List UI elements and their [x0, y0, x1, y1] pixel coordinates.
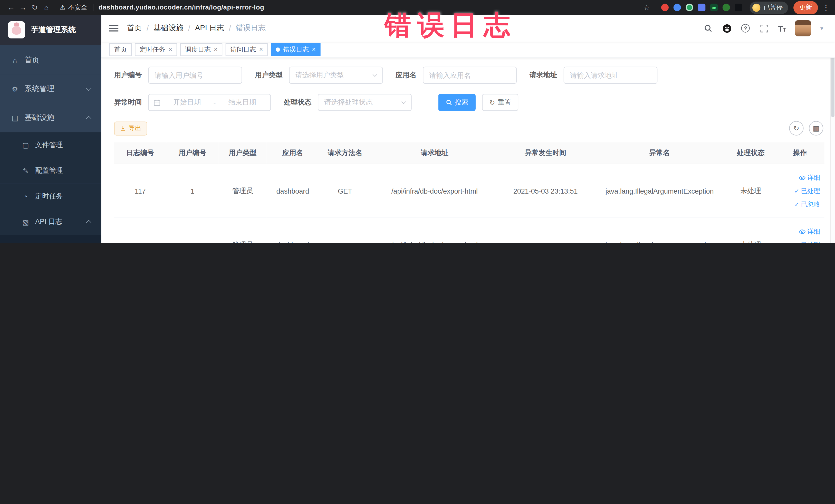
app-name-input[interactable] — [423, 67, 517, 84]
hamburger-icon[interactable] — [109, 25, 118, 32]
search-icon[interactable] — [703, 23, 713, 33]
col-user-type: 用户类型 — [219, 142, 267, 164]
logo-image — [8, 21, 25, 38]
user-avatar[interactable] — [795, 20, 811, 36]
process-status-select[interactable]: 请选择处理状态 — [318, 94, 412, 111]
api-log-icon: ▧ — [21, 218, 30, 226]
extension-icon[interactable] — [661, 4, 669, 11]
sidebar-item-api-logs[interactable]: ▧ API 日志 — [0, 209, 101, 235]
extension-icon[interactable] — [735, 4, 742, 11]
eye-icon — [799, 174, 806, 181]
tab-label: 错误日志 — [283, 45, 309, 54]
sidebar-item-access-logs[interactable]: ✎ 访问日志 — [0, 235, 101, 243]
screen: ← → ↻ ⌂ ⚠ 不安全 dashboard.yudao.iocoder.cn… — [0, 0, 835, 243]
breadcrumb-item[interactable]: 首页 — [127, 23, 142, 33]
cell-actions: 详细 ✓已处理 ✓已忽略 — [775, 218, 824, 243]
user-id-input[interactable] — [148, 67, 242, 84]
menu-label: 基础设施 — [25, 113, 55, 122]
tab-scheduled-tasks[interactable]: 定时任务 × — [135, 43, 177, 56]
app-logo[interactable]: 芋道管理系统 — [0, 15, 101, 45]
check-icon: ✓ — [794, 184, 799, 198]
column-settings-button[interactable]: ▥ — [809, 121, 823, 136]
table-header-row: 日志编号 用户编号 用户类型 应用名 请求方法名 请求地址 异常发生时间 异常名… — [114, 142, 824, 164]
refresh-table-button[interactable]: ↻ — [789, 121, 803, 136]
tab-error-logs[interactable]: 错误日志 × — [271, 43, 320, 56]
forward-icon[interactable]: → — [17, 3, 29, 12]
date-range-picker[interactable]: 开始日期 - 结束日期 — [148, 94, 271, 111]
cell-request-url: /api/infra/db-doc/export-html — [371, 218, 498, 243]
breadcrumb-item[interactable]: API 日志 — [195, 23, 224, 33]
extension-icon[interactable] — [686, 4, 693, 11]
detail-link[interactable]: 详细 — [778, 225, 820, 238]
cell-exception-name: java.lang.IllegalArgumentException — [593, 218, 726, 243]
tab-access-logs[interactable]: 访问日志 × — [226, 43, 268, 56]
browser-home-icon[interactable]: ⌂ — [41, 3, 53, 12]
gear-icon: ⚙ — [11, 85, 19, 93]
active-dot — [276, 47, 280, 52]
sidebar-item-system-management[interactable]: ⚙ 系统管理 — [0, 75, 101, 103]
security-chip[interactable]: ⚠ 不安全 — [60, 3, 87, 12]
font-size-icon[interactable]: TT — [778, 24, 786, 33]
github-icon[interactable] — [722, 23, 732, 33]
security-label: 不安全 — [68, 3, 87, 12]
update-button[interactable]: 更新 — [793, 1, 818, 14]
back-icon[interactable]: ← — [5, 3, 17, 12]
cell-method: GET — [319, 218, 371, 243]
chevron-down-icon — [86, 86, 91, 91]
help-icon[interactable]: ? — [741, 23, 750, 33]
profile-paused-badge[interactable]: 已暂停 — [750, 1, 788, 14]
request-url-input[interactable] — [564, 67, 658, 84]
ignored-link[interactable]: ✓已忽略 — [778, 198, 820, 211]
sidebar-item-config-management[interactable]: ✎ 配置管理 — [0, 158, 101, 184]
sidebar-item-file-management[interactable]: ▢ 文件管理 — [0, 132, 101, 158]
app-title: 芋道管理系统 — [31, 25, 76, 35]
chevron-up-icon — [86, 220, 91, 225]
reset-button-label: 重置 — [498, 98, 511, 107]
processed-link[interactable]: ✓已处理 — [778, 238, 820, 243]
error-log-table: 日志编号 用户编号 用户类型 应用名 请求方法名 请求地址 异常发生时间 异常名… — [114, 142, 824, 243]
reset-button[interactable]: ↻ 重置 — [482, 94, 518, 111]
user-type-select[interactable]: 请选择用户类型 — [289, 67, 383, 84]
tab-home[interactable]: 首页 — [109, 43, 132, 56]
sidebar: 芋道管理系统 ⌂ 首页 ⚙ 系统管理 ▤ 基础设施 ▢ — [0, 15, 101, 243]
extension-icon[interactable] — [698, 4, 705, 11]
clock-icon: ◔ — [21, 192, 30, 200]
extension-icon[interactable] — [674, 4, 681, 11]
chevron-down-icon — [373, 73, 377, 77]
close-icon[interactable]: × — [259, 46, 263, 53]
tab-label: 首页 — [114, 45, 127, 54]
extension-on-icon[interactable]: on — [710, 4, 718, 11]
col-exception-time: 异常发生时间 — [498, 142, 593, 164]
detail-link[interactable]: 详细 — [778, 171, 820, 184]
extension-icon[interactable] — [722, 4, 730, 11]
avatar-caret-icon[interactable]: ▾ — [820, 25, 823, 32]
eye-icon — [799, 228, 806, 235]
bookmark-star-icon[interactable]: ☆ — [643, 3, 650, 12]
export-button-label: 导出 — [128, 124, 141, 133]
end-date-placeholder[interactable]: 结束日期 — [219, 98, 265, 107]
col-app-name: 应用名 — [267, 142, 319, 164]
app-name-label: 应用名 — [395, 70, 416, 80]
fullscreen-icon[interactable] — [759, 23, 769, 33]
cell-exception-name: java.lang.IllegalArgumentException — [593, 164, 726, 218]
close-icon[interactable]: × — [312, 46, 316, 53]
cell-user-type: 管理员 — [219, 218, 267, 243]
menu-label: 定时任务 — [35, 191, 63, 201]
columns-icon: ▥ — [813, 124, 820, 132]
address-bar[interactable]: dashboard.yudao.iocoder.cn/infra/log/api… — [99, 4, 264, 11]
sidebar-item-home[interactable]: ⌂ 首页 — [0, 46, 101, 75]
search-button[interactable]: 搜索 — [439, 94, 476, 111]
close-icon[interactable]: × — [214, 46, 218, 53]
refresh-icon: ↻ — [489, 98, 495, 106]
sidebar-item-scheduled-tasks[interactable]: ◔ 定时任务 — [0, 184, 101, 209]
tab-schedule-logs[interactable]: 调度日志 × — [180, 43, 222, 56]
sidebar-item-infrastructure[interactable]: ▤ 基础设施 — [0, 103, 101, 132]
start-date-placeholder[interactable]: 开始日期 — [164, 98, 210, 107]
breadcrumb-item[interactable]: 基础设施 — [154, 23, 183, 33]
export-button[interactable]: 导出 — [114, 121, 147, 135]
close-icon[interactable]: × — [168, 46, 172, 53]
processed-link[interactable]: ✓已处理 — [778, 184, 820, 198]
browser-menu-icon[interactable]: ⋮ — [822, 3, 830, 12]
reload-icon[interactable]: ↻ — [29, 3, 41, 12]
table-row: 117 1 管理员 dashboard GET /api/infra/db-do… — [114, 164, 824, 218]
